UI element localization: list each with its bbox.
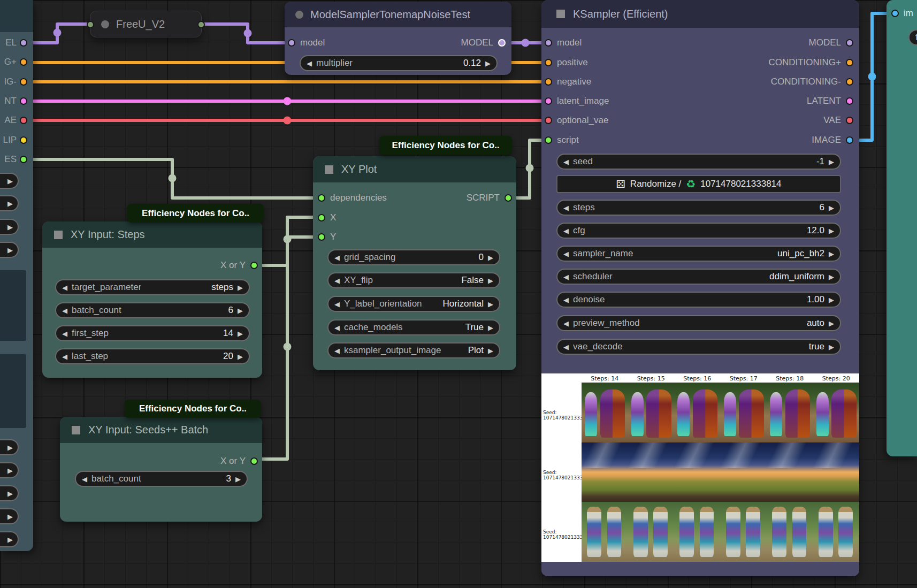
collapse-square-icon[interactable] xyxy=(556,10,565,18)
decrement-arrow[interactable]: ◀ xyxy=(563,343,569,350)
x-or-y-output-port[interactable] xyxy=(250,262,258,269)
increment-arrow[interactable]: ▶ xyxy=(485,60,491,67)
negative-prompt-textarea[interactable] xyxy=(0,354,26,428)
increment-arrow[interactable]: ▶ xyxy=(829,204,834,211)
script-output-port[interactable] xyxy=(505,194,512,202)
decrement-arrow[interactable]: ◀ xyxy=(62,330,67,337)
increment-arrow[interactable]: ▶ xyxy=(7,444,13,451)
collapse-square-icon[interactable] xyxy=(325,165,333,174)
increment-arrow[interactable]: ▶ xyxy=(238,330,243,337)
latent-output-port[interactable] xyxy=(20,97,27,105)
widget-stub[interactable]: ▶ xyxy=(0,531,19,547)
images-input-port[interactable] xyxy=(891,10,899,17)
grid-spacing-widget[interactable]: ◀grid_spacing0▶ xyxy=(327,249,500,265)
increment-arrow[interactable]: ▶ xyxy=(7,224,13,231)
latent-output-port[interactable] xyxy=(846,97,853,105)
increment-arrow[interactable]: ▶ xyxy=(235,476,241,483)
increment-arrow[interactable]: ▶ xyxy=(488,301,493,308)
scheduler-widget[interactable]: ◀schedulerddim_uniform▶ xyxy=(556,269,841,285)
collapse-circle-icon[interactable] xyxy=(101,20,109,28)
decrement-arrow[interactable]: ◀ xyxy=(62,284,67,291)
widget-stub[interactable]: ▶ xyxy=(0,462,19,478)
prompt-textarea[interactable] xyxy=(0,270,26,341)
node-header[interactable]: KSampler (Efficient) xyxy=(541,0,859,28)
y-label-orientation-widget[interactable]: ◀Y_label_orientationHorizontal▶ xyxy=(327,296,500,312)
decrement-arrow[interactable]: ◀ xyxy=(334,301,340,308)
batch-count-widget[interactable]: ◀batch_count6▶ xyxy=(55,302,250,318)
cfg-widget[interactable]: ◀cfg12.0▶ xyxy=(556,223,841,239)
widget-stub[interactable]: f xyxy=(908,29,917,45)
decrement-arrow[interactable]: ◀ xyxy=(563,227,569,234)
image-output-port[interactable] xyxy=(846,136,853,144)
target-parameter-widget[interactable]: ◀target_parametersteps▶ xyxy=(55,279,250,295)
clip-output-port[interactable] xyxy=(20,136,27,144)
collapsed-output-port[interactable] xyxy=(197,21,205,28)
collapsed-input-port[interactable] xyxy=(87,21,94,28)
model-output-port[interactable] xyxy=(498,39,506,47)
increment-arrow[interactable]: ▶ xyxy=(238,284,243,291)
vae-output-port[interactable] xyxy=(20,117,27,124)
increment-arrow[interactable]: ▶ xyxy=(829,320,834,327)
model-output-port[interactable] xyxy=(846,39,853,47)
multiplier-widget[interactable]: ◀ multiplier 0.12 ▶ xyxy=(300,55,498,71)
widget-stub[interactable]: ▶ xyxy=(0,485,19,501)
decrement-arrow[interactable]: ◀ xyxy=(563,320,569,327)
vae-decode-widget[interactable]: ◀vae_decodetrue▶ xyxy=(556,339,841,355)
cache-models-widget[interactable]: ◀cache_modelsTrue▶ xyxy=(327,319,500,335)
node-header[interactable] xyxy=(0,0,33,32)
vae-output-port[interactable] xyxy=(846,117,853,124)
widget-stub[interactable]: ▶ xyxy=(0,439,19,455)
collapse-square-icon[interactable] xyxy=(72,426,80,434)
x-input-port[interactable] xyxy=(318,214,325,222)
increment-arrow[interactable]: ▶ xyxy=(829,158,834,165)
dependencies-output-port[interactable] xyxy=(20,156,27,163)
increment-arrow[interactable]: ▶ xyxy=(829,273,834,280)
decrement-arrow[interactable]: ◀ xyxy=(563,273,569,280)
steps-widget[interactable]: ◀steps6▶ xyxy=(556,200,841,216)
node-header[interactable]: XY Input: Seeds++ Batch xyxy=(60,417,262,443)
increment-arrow[interactable]: ▶ xyxy=(7,536,13,543)
increment-arrow[interactable]: ▶ xyxy=(7,467,13,474)
widget-stub[interactable]: ▶ xyxy=(0,173,19,189)
efficient-loader-node[interactable]: EL G+ IG- NT AE LIP ES ▶ ▶ ▶ ▶ ▶ ▶ ▶ ▶ ▶ xyxy=(0,0,33,551)
decrement-arrow[interactable]: ◀ xyxy=(62,353,67,360)
widget-stub[interactable]: ▶ xyxy=(0,195,19,211)
decrement-arrow[interactable]: ◀ xyxy=(563,158,569,165)
decrement-arrow[interactable]: ◀ xyxy=(334,277,340,284)
randomize-seed-button[interactable]: ⚄ Randomize / ♻ 1071478021333814 xyxy=(556,175,841,193)
collapse-circle-icon[interactable] xyxy=(295,11,303,19)
decrement-arrow[interactable]: ◀ xyxy=(62,307,67,314)
model-output-port[interactable] xyxy=(20,39,27,47)
increment-arrow[interactable]: ▶ xyxy=(829,343,834,350)
widget-stub[interactable]: ▶ xyxy=(0,219,19,235)
increment-arrow[interactable]: ▶ xyxy=(488,347,493,354)
ksampler-output-image-widget[interactable]: ◀ksampler_output_imagePlot▶ xyxy=(327,342,500,358)
conditioning-minus-output-port[interactable] xyxy=(846,78,853,86)
ksampler-efficient-node[interactable]: KSampler (Efficient) model positive nega… xyxy=(541,0,859,576)
decrement-arrow[interactable]: ◀ xyxy=(334,347,340,354)
preview-method-widget[interactable]: ◀preview_methodauto▶ xyxy=(556,315,841,331)
xy-input-steps-node[interactable]: XY Input: Steps X or Y ◀target_parameter… xyxy=(42,222,262,378)
collapse-square-icon[interactable] xyxy=(54,231,63,239)
increment-arrow[interactable]: ▶ xyxy=(829,296,834,303)
decrement-arrow[interactable]: ◀ xyxy=(334,254,340,261)
xy-plot-node[interactable]: XY Plot dependencies SCRIPT X Y ◀grid_sp… xyxy=(313,156,516,370)
conditioning-plus-output-port[interactable] xyxy=(20,58,27,66)
xy-flip-widget[interactable]: ◀XY_flipFalse▶ xyxy=(327,272,500,288)
conditioning-plus-output-port[interactable] xyxy=(846,59,853,66)
node-header[interactable]: XY Plot xyxy=(313,156,516,182)
decrement-arrow[interactable]: ◀ xyxy=(307,60,312,67)
widget-stub[interactable]: ▶ xyxy=(0,242,19,258)
increment-arrow[interactable]: ▶ xyxy=(829,227,834,234)
decrement-arrow[interactable]: ◀ xyxy=(563,204,569,211)
increment-arrow[interactable]: ▶ xyxy=(488,277,493,284)
increment-arrow[interactable]: ▶ xyxy=(238,307,243,314)
xy-input-seeds-batch-node[interactable]: XY Input: Seeds++ Batch X or Y ◀batch_co… xyxy=(60,417,262,522)
x-or-y-output-port[interactable] xyxy=(250,457,258,465)
increment-arrow[interactable]: ▶ xyxy=(829,250,834,257)
node-header[interactable]: ModelSamplerTonemapNoiseTest xyxy=(285,2,511,27)
decrement-arrow[interactable]: ◀ xyxy=(563,250,569,257)
decrement-arrow[interactable]: ◀ xyxy=(82,476,87,483)
decrement-arrow[interactable]: ◀ xyxy=(334,324,340,331)
widget-stub[interactable]: ▶ xyxy=(0,508,19,524)
